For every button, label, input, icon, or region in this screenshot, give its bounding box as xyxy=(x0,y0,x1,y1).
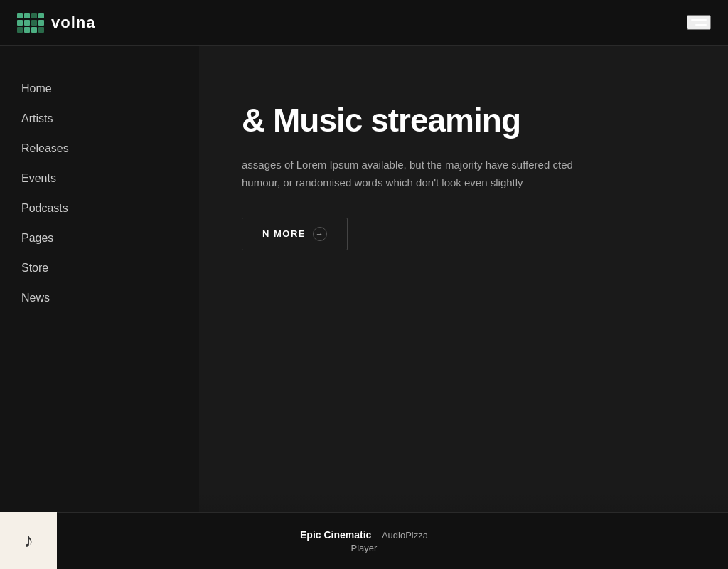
header: volna xyxy=(0,0,728,46)
player-artist: AudioPizza xyxy=(382,530,428,541)
logo-dot xyxy=(24,27,30,33)
player-info: Epic Cinematic – AudioPizza Player xyxy=(300,528,428,554)
sidebar-nav: Home Artists Releases Events Podcasts Pa… xyxy=(0,46,199,569)
logo-text: volna xyxy=(51,14,95,32)
hamburger-line-top xyxy=(691,19,707,21)
player-bar: ♪ Epic Cinematic – AudioPizza Player xyxy=(0,512,728,569)
sidebar-item-store[interactable]: Store xyxy=(0,253,199,283)
logo-dot xyxy=(17,13,23,18)
logo-dot xyxy=(38,13,44,18)
logo-dot xyxy=(24,20,30,26)
hamburger-button[interactable] xyxy=(687,15,711,30)
hero-title: & Music streaming xyxy=(242,102,685,139)
logo-dot xyxy=(24,13,30,18)
sidebar-item-artists[interactable]: Artists xyxy=(0,104,199,134)
learn-more-label: N MORE xyxy=(262,228,306,239)
sidebar-item-pages[interactable]: Pages xyxy=(0,223,199,253)
sidebar-item-releases[interactable]: Releases xyxy=(0,134,199,164)
player-track-name: Epic Cinematic xyxy=(300,529,371,541)
main-content: & Music streaming assages of Lorem Ipsum… xyxy=(199,46,728,569)
sidebar-item-podcasts[interactable]: Podcasts xyxy=(0,193,199,223)
learn-more-button[interactable]: N MORE → xyxy=(242,218,348,250)
music-note-icon: ♪ xyxy=(23,529,33,552)
logo-dot xyxy=(31,13,37,18)
hero-section: & Music streaming assages of Lorem Ipsum… xyxy=(199,46,728,293)
player-separator: – xyxy=(375,530,382,541)
logo-dot xyxy=(38,20,44,26)
logo-dot xyxy=(17,20,23,26)
hero-description: assages of Lorem Ipsum available, but th… xyxy=(242,156,583,192)
logo-dot xyxy=(38,27,44,33)
logo-dot xyxy=(17,27,23,33)
player-album-art: ♪ xyxy=(0,512,57,569)
arrow-icon: → xyxy=(313,227,327,241)
sidebar-item-home[interactable]: Home xyxy=(0,74,199,104)
sidebar-item-events[interactable]: Events xyxy=(0,164,199,193)
logo-area: volna xyxy=(17,13,95,33)
logo-icon xyxy=(17,13,44,33)
sidebar-item-news[interactable]: News xyxy=(0,283,199,313)
logo-dot xyxy=(31,20,37,26)
hamburger-line-bottom xyxy=(695,24,707,26)
logo-dot xyxy=(31,27,37,33)
player-app-name: Player xyxy=(351,543,378,553)
